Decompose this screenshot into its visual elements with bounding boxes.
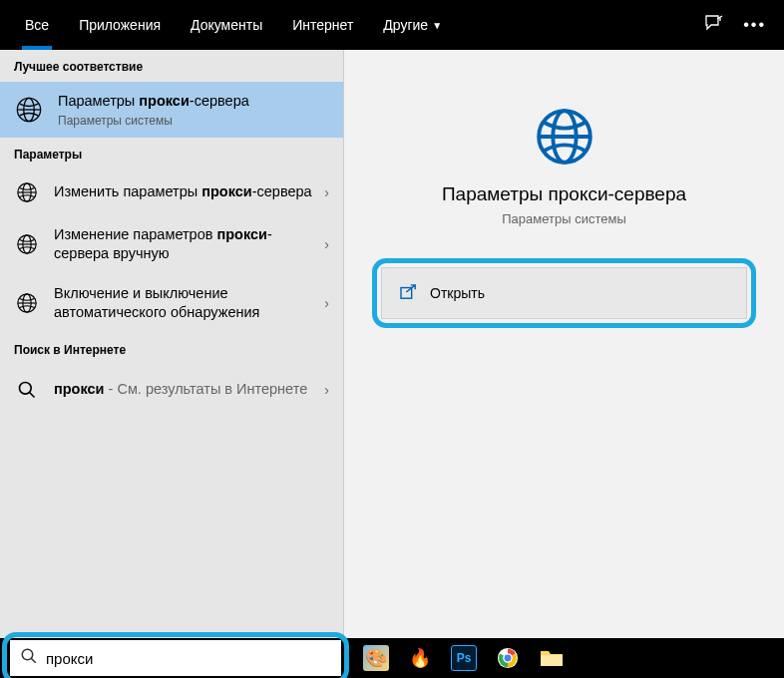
tab-more[interactable]: Другие▼ — [368, 0, 457, 50]
open-external-icon — [400, 284, 418, 303]
best-match-item[interactable]: Параметры прокси-сервера Параметры систе… — [0, 82, 343, 138]
taskbar-app-flame[interactable]: 🔥 — [407, 645, 433, 671]
top-bar: Все Приложения Документы Интернет Другие… — [0, 0, 784, 50]
taskbar: 🎨 🔥 Ps — [0, 638, 784, 678]
search-icon — [20, 647, 38, 669]
chevron-right-icon: › — [324, 382, 329, 398]
taskbar-app-chrome[interactable] — [495, 645, 521, 671]
result-title: Изменение параметров прокси-сервера вруч… — [54, 225, 318, 264]
settings-item-autodiscover[interactable]: Включение и выключение автоматического о… — [0, 274, 343, 333]
tab-label: Все — [25, 17, 49, 33]
more-options-icon[interactable]: ••• — [743, 16, 766, 34]
open-button[interactable]: Открыть — [381, 267, 747, 319]
tab-label: Другие — [383, 17, 428, 33]
result-title: Изменить параметры прокси-сервера — [54, 182, 318, 202]
feedback-icon[interactable] — [703, 13, 723, 37]
chevron-right-icon: › — [324, 236, 329, 252]
globe-icon — [14, 231, 40, 257]
taskbar-pinned-apps: 🎨 🔥 Ps — [363, 638, 565, 678]
caret-down-icon: ▼ — [432, 20, 442, 31]
result-text: Изменение параметров прокси-сервера вруч… — [54, 225, 318, 264]
svg-point-12 — [20, 382, 32, 394]
web-search-header: Поиск в Интернете — [0, 333, 343, 365]
tab-apps[interactable]: Приложения — [64, 0, 176, 50]
open-highlight-frame: Открыть — [372, 258, 756, 328]
tab-label: Документы — [191, 17, 262, 33]
svg-line-13 — [30, 392, 35, 397]
tab-all[interactable]: Все — [10, 0, 64, 50]
taskbar-app-paint[interactable]: 🎨 — [363, 645, 389, 671]
result-subtitle: Параметры системы — [58, 114, 329, 128]
svg-point-18 — [22, 649, 33, 660]
chevron-right-icon: › — [324, 184, 329, 200]
detail-title: Параметры прокси-сервера — [372, 183, 756, 205]
settings-item-change-proxy[interactable]: Изменить параметры прокси-сервера › — [0, 170, 343, 215]
globe-icon-large — [534, 106, 595, 168]
tab-label: Интернет — [292, 17, 353, 33]
result-text: Параметры прокси-сервера Параметры систе… — [58, 92, 329, 128]
result-title: прокси - См. результаты в Интернете — [54, 380, 318, 400]
top-right-controls: ••• — [703, 13, 766, 37]
svg-line-19 — [31, 658, 36, 663]
svg-rect-23 — [541, 655, 563, 666]
result-text: Включение и выключение автоматического о… — [54, 284, 318, 323]
globe-icon — [14, 290, 40, 316]
open-button-label: Открыть — [430, 285, 485, 301]
search-input[interactable] — [46, 650, 331, 667]
taskbar-app-file-explorer[interactable] — [539, 645, 565, 671]
globe-icon — [14, 179, 40, 205]
result-text: прокси - См. результаты в Интернете — [54, 380, 318, 400]
result-text: Изменить параметры прокси-сервера — [54, 182, 318, 202]
detail-subtitle: Параметры системы — [372, 211, 756, 226]
settings-item-manual-proxy[interactable]: Изменение параметров прокси-сервера вруч… — [0, 215, 343, 274]
settings-header: Параметры — [0, 138, 343, 170]
taskbar-app-photoshop[interactable]: Ps — [451, 645, 477, 671]
search-tabs: Все Приложения Документы Интернет Другие… — [10, 0, 457, 50]
globe-icon — [14, 95, 44, 125]
best-match-header: Лучшее соответствие — [0, 50, 343, 82]
result-title: Включение и выключение автоматического о… — [54, 284, 318, 323]
tab-web[interactable]: Интернет — [277, 0, 368, 50]
result-title: Параметры прокси-сервера — [58, 92, 329, 112]
search-box[interactable] — [10, 640, 341, 676]
web-search-item[interactable]: прокси - См. результаты в Интернете › — [0, 365, 343, 415]
results-panel: Лучшее соответствие Параметры прокси-сер… — [0, 50, 344, 638]
detail-card: Параметры прокси-сервера Параметры систе… — [372, 106, 756, 328]
chevron-right-icon: › — [324, 295, 329, 311]
search-icon — [14, 377, 40, 403]
content-area: Лучшее соответствие Параметры прокси-сер… — [0, 50, 784, 638]
tab-documents[interactable]: Документы — [176, 0, 277, 50]
detail-panel: Параметры прокси-сервера Параметры систе… — [344, 50, 784, 638]
tab-label: Приложения — [79, 17, 161, 33]
search-highlight-frame — [2, 632, 349, 678]
